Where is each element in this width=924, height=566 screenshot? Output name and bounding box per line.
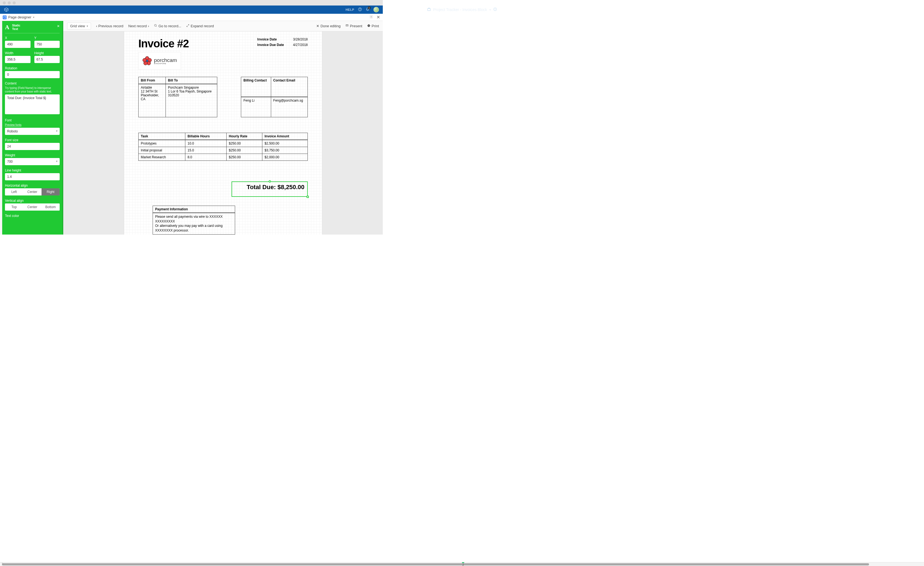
preview-fonts-link[interactable]: Preview fonts [5, 123, 60, 126]
help-icon[interactable] [358, 8, 362, 12]
table-row: Market Research8.0$250.00$2,000.00 [139, 154, 308, 161]
height-label: Height [34, 51, 60, 55]
present-button[interactable]: Present [345, 24, 362, 28]
properties-panel: A Static Text ✕ X Y Width Hei [2, 21, 63, 235]
block-dropdown-icon[interactable]: ▾ [33, 16, 34, 19]
line-height-label: Line height [5, 169, 60, 172]
go-to-record-button[interactable]: Go to record... [154, 24, 181, 28]
close-window-dot[interactable] [3, 2, 6, 5]
svg-line-9 [156, 26, 157, 27]
company-logo: porchcam SINGAPORE [138, 52, 181, 70]
payment-info-box: Payment Information Please send all paym… [153, 206, 235, 235]
left-rail [0, 21, 2, 235]
content-label: Content [5, 81, 60, 85]
total-due-text: Total Due: $8,250.00 [247, 184, 304, 191]
weight-select[interactable]: 700 [5, 158, 60, 165]
font-size-input[interactable] [5, 143, 60, 150]
content-textarea[interactable]: Total Due: {Invoice Total $} [5, 95, 60, 114]
text-color-label: Text color [5, 214, 60, 218]
weight-label: Weight [5, 154, 60, 157]
svg-rect-6 [4, 16, 6, 18]
table-row: Prototypes10.0$250.00$2,500.00 [139, 140, 308, 147]
font-select[interactable]: Roboto [5, 128, 60, 135]
block-settings-icon[interactable] [369, 15, 373, 20]
valign-top[interactable]: Top [5, 203, 23, 211]
billing-contact-table: Billing ContactContact Email Feng LiFeng… [241, 77, 308, 117]
chevron-left-icon: ‹ [96, 24, 97, 28]
page-document[interactable]: Invoice #2 Invoice Date3/28/2018 Invoice… [124, 32, 322, 235]
width-label: Width [5, 51, 30, 55]
resize-handle-se[interactable] [307, 196, 309, 198]
expand-record-button[interactable]: Expand record [186, 24, 214, 28]
table-row: Initial proposal15.0$250.00$3,750.00 [139, 147, 308, 154]
svg-point-15 [143, 58, 147, 62]
done-editing-button[interactable]: ✕ Done editing [316, 24, 340, 28]
svg-point-5 [360, 10, 360, 10]
rotation-label: Rotation [5, 66, 60, 70]
view-picker[interactable]: Grid view▾ [67, 23, 91, 29]
print-icon [367, 24, 370, 28]
next-record-button[interactable]: Next record › [128, 24, 149, 28]
y-label: Y [34, 36, 60, 40]
toolbar: Grid view▾ ‹ Previous record Next record… [63, 21, 383, 32]
search-icon [154, 24, 157, 28]
svg-point-16 [146, 60, 148, 62]
help-link[interactable]: HELP [346, 8, 354, 11]
valign-segmented: Top Center Bottom [5, 203, 60, 211]
line-height-input[interactable] [5, 173, 60, 180]
flower-icon [142, 56, 152, 66]
svg-point-7 [371, 16, 372, 17]
previous-record-button[interactable]: ‹ Previous record [96, 24, 123, 28]
x-icon: ✕ [316, 24, 319, 28]
svg-point-8 [154, 24, 156, 26]
zoom-window-dot[interactable] [13, 2, 16, 5]
bill-address-table: Bill FromBill To Airtable 12 34TH St Pla… [138, 77, 217, 117]
block-app-icon [3, 15, 7, 19]
resize-handle-n[interactable] [268, 180, 271, 182]
rotation-input[interactable] [5, 71, 60, 78]
font-label: Font [5, 118, 60, 122]
block-close-icon[interactable]: ✕ [376, 15, 380, 20]
window-titlebar [0, 0, 383, 6]
x-input[interactable] [5, 41, 30, 48]
block-name[interactable]: Page designer [8, 15, 32, 19]
x-label: X [5, 36, 30, 40]
halign-center[interactable]: Center [23, 188, 41, 196]
element-type-label: Static Text [12, 24, 20, 31]
halign-right[interactable]: Right [42, 188, 60, 196]
height-input[interactable] [34, 56, 60, 63]
halign-segmented: Left Center Right [5, 188, 60, 196]
content-hint: Try typing {Field Name} to intersperse c… [5, 86, 60, 93]
expand-icon [186, 24, 189, 28]
halign-left[interactable]: Left [5, 188, 23, 196]
minimize-window-dot[interactable] [8, 2, 11, 5]
element-type-glyph: A [5, 24, 9, 31]
font-size-label: Font size [5, 138, 60, 142]
panel-close-icon[interactable]: ✕ [57, 24, 60, 28]
total-due-element-selected[interactable]: Total Due: $8,250.00 [231, 181, 308, 197]
print-button[interactable]: Print [367, 24, 379, 28]
halign-label: Horizontal align [5, 184, 60, 187]
invoice-dates: Invoice Date3/28/2018 Invoice Due Date4/… [257, 38, 308, 48]
canvas[interactable]: Invoice #2 Invoice Date3/28/2018 Invoice… [63, 32, 383, 235]
user-avatar[interactable] [374, 7, 379, 12]
valign-label: Vertical align [5, 199, 60, 203]
valign-center[interactable]: Center [23, 203, 41, 211]
width-input[interactable] [5, 56, 30, 63]
line-items-table: Task Billable Hours Hourly Rate Invoice … [138, 133, 308, 161]
app-header: Project Tracker - Invoices Block ▾ HELP … [0, 6, 383, 14]
present-icon [345, 24, 349, 28]
notifications-button[interactable]: 1 [366, 8, 370, 12]
airtable-logo-icon[interactable] [4, 7, 9, 12]
valign-bottom[interactable]: Bottom [42, 203, 60, 211]
y-input[interactable] [34, 41, 60, 48]
canvas-area: Grid view▾ ‹ Previous record Next record… [63, 21, 383, 235]
block-header: Page designer ▾ ✕ [0, 14, 383, 21]
chevron-right-icon: › [148, 24, 149, 28]
notification-count: 1 [368, 6, 371, 9]
